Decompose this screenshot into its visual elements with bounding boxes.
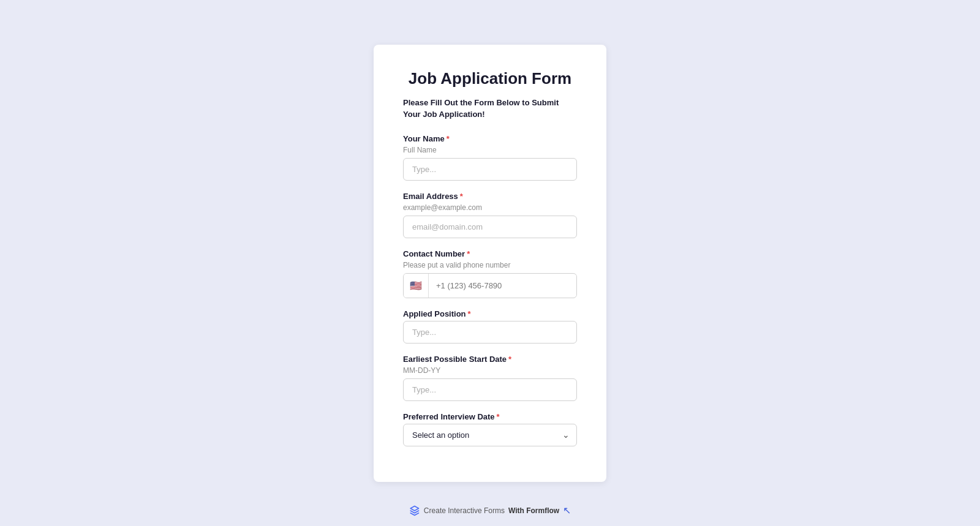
phone-input-wrapper: 🇺🇸 <box>403 273 577 298</box>
phone-input[interactable] <box>429 275 576 296</box>
field-hint-email: example@example.com <box>403 203 577 212</box>
form-title: Job Application Form <box>403 69 577 88</box>
required-star: * <box>447 134 450 143</box>
field-label-email: Email Address * <box>403 192 577 201</box>
field-group-your-name: Your Name * Full Name <box>403 134 577 181</box>
formflow-logo-icon <box>409 505 420 516</box>
field-hint-contact: Please put a valid phone number <box>403 261 577 269</box>
required-star-contact: * <box>467 249 470 258</box>
interview-date-select-wrapper: Select an option Monday Tuesday Wednesda… <box>403 424 577 446</box>
form-subtitle: Please Fill Out the Form Below to Submit… <box>403 97 577 121</box>
field-group-position: Applied Position * <box>403 309 577 344</box>
form-card: Job Application Form Please Fill Out the… <box>374 45 606 482</box>
phone-flag: 🇺🇸 <box>404 274 429 298</box>
field-hint-start-date: MM-DD-YY <box>403 366 577 375</box>
footer-text: Create Interactive Forms <box>424 506 505 515</box>
required-star-interview-date: * <box>497 412 500 421</box>
field-group-interview-date: Preferred Interview Date * Select an opt… <box>403 412 577 446</box>
required-star-email: * <box>460 192 463 201</box>
your-name-input[interactable] <box>403 158 577 181</box>
footer-brand: With Formflow <box>508 506 559 515</box>
field-label-position: Applied Position * <box>403 309 577 318</box>
field-group-email: Email Address * example@example.com <box>403 192 577 238</box>
field-label-start-date: Earliest Possible Start Date * <box>403 355 577 364</box>
field-label-contact: Contact Number * <box>403 249 577 258</box>
field-hint-your-name: Full Name <box>403 146 577 154</box>
interview-date-select[interactable]: Select an option Monday Tuesday Wednesda… <box>403 424 577 446</box>
email-input[interactable] <box>403 216 577 238</box>
required-star-position: * <box>468 309 471 318</box>
field-group-contact: Contact Number * Please put a valid phon… <box>403 249 577 298</box>
start-date-input[interactable] <box>403 378 577 401</box>
cursor-icon: ↖ <box>563 505 571 516</box>
field-label-interview-date: Preferred Interview Date * <box>403 412 577 421</box>
footer-bar: Create Interactive Forms With Formflow ↖ <box>409 505 571 516</box>
required-star-start-date: * <box>508 355 511 364</box>
field-label-your-name: Your Name * <box>403 134 577 143</box>
position-input[interactable] <box>403 321 577 344</box>
field-group-start-date: Earliest Possible Start Date * MM-DD-YY <box>403 355 577 401</box>
